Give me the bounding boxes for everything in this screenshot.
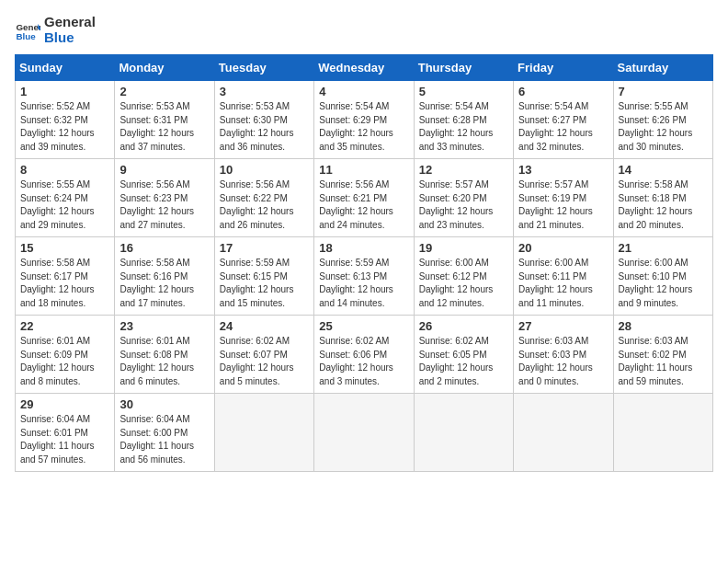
calendar-cell [613,394,712,472]
calendar-cell: 12Sunrise: 5:57 AMSunset: 6:20 PMDayligh… [414,159,513,237]
day-number: 17 [220,241,309,255]
day-info: Sunrise: 6:00 AMSunset: 6:10 PMDaylight:… [619,257,708,310]
day-info: Sunrise: 6:04 AMSunset: 6:01 PMDaylight:… [20,413,109,466]
day-info: Sunrise: 5:55 AMSunset: 6:26 PMDaylight:… [619,100,708,154]
day-cell-content: 4Sunrise: 5:54 AMSunset: 6:29 PMDaylight… [319,85,408,154]
day-number: 20 [518,241,608,255]
day-number: 8 [20,163,109,177]
calendar-cell: 2Sunrise: 5:53 AMSunset: 6:31 PMDaylight… [115,81,214,159]
calendar-cell: 18Sunrise: 5:59 AMSunset: 6:13 PMDayligh… [314,237,414,316]
weekday-header: Thursday [414,55,513,81]
day-cell-content: 23Sunrise: 6:01 AMSunset: 6:08 PMDayligh… [119,319,209,388]
calendar-cell: 26Sunrise: 6:02 AMSunset: 6:05 PMDayligh… [414,316,513,394]
day-cell-content: 30Sunrise: 6:04 AMSunset: 6:00 PMDayligh… [119,397,209,466]
day-cell-content: 14Sunrise: 5:58 AMSunset: 6:18 PMDayligh… [619,163,708,232]
day-number: 11 [319,163,408,177]
day-cell-content: 10Sunrise: 5:56 AMSunset: 6:22 PMDayligh… [220,163,309,232]
day-number: 1 [20,85,109,98]
day-info: Sunrise: 6:01 AMSunset: 6:09 PMDaylight:… [20,335,109,388]
day-cell-content: 15Sunrise: 5:58 AMSunset: 6:17 PMDayligh… [20,241,109,310]
calendar-week-row: 8Sunrise: 5:55 AMSunset: 6:24 PMDaylight… [16,159,713,237]
day-number: 14 [619,163,708,177]
day-number: 12 [419,163,508,177]
day-cell-content: 26Sunrise: 6:02 AMSunset: 6:05 PMDayligh… [419,319,508,388]
day-number: 18 [319,241,408,255]
day-info: Sunrise: 6:04 AMSunset: 6:00 PMDaylight:… [119,413,209,466]
day-number: 19 [419,241,508,255]
logo-line2: Blue [44,30,96,46]
calendar-cell: 19Sunrise: 6:00 AMSunset: 6:12 PMDayligh… [414,237,513,316]
day-cell-content: 17Sunrise: 5:59 AMSunset: 6:15 PMDayligh… [220,241,309,310]
day-info: Sunrise: 5:57 AMSunset: 6:20 PMDaylight:… [419,178,508,232]
day-info: Sunrise: 6:00 AMSunset: 6:12 PMDaylight:… [419,257,508,310]
calendar-cell: 30Sunrise: 6:04 AMSunset: 6:00 PMDayligh… [115,394,214,472]
calendar-cell: 17Sunrise: 5:59 AMSunset: 6:15 PMDayligh… [214,237,313,316]
calendar-cell: 14Sunrise: 5:58 AMSunset: 6:18 PMDayligh… [613,159,712,237]
weekday-header: Saturday [613,55,712,81]
day-info: Sunrise: 5:55 AMSunset: 6:24 PMDaylight:… [20,178,109,232]
day-number: 2 [119,85,209,98]
calendar-table: SundayMondayTuesdayWednesdayThursdayFrid… [15,54,713,472]
calendar-cell: 5Sunrise: 5:54 AMSunset: 6:28 PMDaylight… [414,81,513,159]
day-number: 25 [319,319,408,333]
calendar-cell: 29Sunrise: 6:04 AMSunset: 6:01 PMDayligh… [16,394,115,472]
day-number: 13 [518,163,608,177]
day-info: Sunrise: 5:54 AMSunset: 6:29 PMDaylight:… [319,100,408,154]
calendar-cell: 24Sunrise: 6:02 AMSunset: 6:07 PMDayligh… [214,316,313,394]
calendar-cell [314,394,414,472]
weekday-header: Monday [115,55,214,81]
day-cell-content: 13Sunrise: 5:57 AMSunset: 6:19 PMDayligh… [518,163,608,232]
day-number: 4 [319,85,408,98]
day-info: Sunrise: 6:02 AMSunset: 6:07 PMDaylight:… [220,335,309,388]
day-number: 29 [20,397,109,411]
calendar-cell: 13Sunrise: 5:57 AMSunset: 6:19 PMDayligh… [514,159,613,237]
day-cell-content: 1Sunrise: 5:52 AMSunset: 6:32 PMDaylight… [20,85,109,154]
day-info: Sunrise: 6:01 AMSunset: 6:08 PMDaylight:… [119,335,209,388]
day-info: Sunrise: 6:03 AMSunset: 6:02 PMDaylight:… [619,335,708,388]
day-number: 26 [419,319,508,333]
calendar-cell: 25Sunrise: 6:02 AMSunset: 6:06 PMDayligh… [314,316,414,394]
calendar-week-row: 15Sunrise: 5:58 AMSunset: 6:17 PMDayligh… [16,237,713,316]
logo-line1: General [44,15,96,30]
calendar-cell: 20Sunrise: 6:00 AMSunset: 6:11 PMDayligh… [514,237,613,316]
calendar-cell: 22Sunrise: 6:01 AMSunset: 6:09 PMDayligh… [16,316,115,394]
calendar-cell: 7Sunrise: 5:55 AMSunset: 6:26 PMDaylight… [613,81,712,159]
day-info: Sunrise: 5:57 AMSunset: 6:19 PMDaylight:… [518,178,608,232]
day-number: 23 [119,319,209,333]
day-info: Sunrise: 5:58 AMSunset: 6:16 PMDaylight:… [119,257,209,310]
logo-icon: General Blue [15,17,40,43]
day-info: Sunrise: 5:56 AMSunset: 6:21 PMDaylight:… [319,178,408,232]
day-number: 28 [619,319,708,333]
day-number: 9 [119,163,209,177]
calendar-cell: 15Sunrise: 5:58 AMSunset: 6:17 PMDayligh… [16,237,115,316]
day-cell-content: 11Sunrise: 5:56 AMSunset: 6:21 PMDayligh… [319,163,408,232]
day-info: Sunrise: 5:58 AMSunset: 6:18 PMDaylight:… [619,178,708,232]
calendar-cell: 9Sunrise: 5:56 AMSunset: 6:23 PMDaylight… [115,159,214,237]
calendar-cell: 4Sunrise: 5:54 AMSunset: 6:29 PMDaylight… [314,81,414,159]
day-info: Sunrise: 6:00 AMSunset: 6:11 PMDaylight:… [518,257,608,310]
day-cell-content: 7Sunrise: 5:55 AMSunset: 6:26 PMDaylight… [619,85,708,154]
calendar-cell: 28Sunrise: 6:03 AMSunset: 6:02 PMDayligh… [613,316,712,394]
calendar-cell [414,394,513,472]
day-cell-content: 22Sunrise: 6:01 AMSunset: 6:09 PMDayligh… [20,319,109,388]
day-number: 6 [518,85,608,98]
calendar-cell: 11Sunrise: 5:56 AMSunset: 6:21 PMDayligh… [314,159,414,237]
calendar-cell [514,394,613,472]
day-cell-content: 9Sunrise: 5:56 AMSunset: 6:23 PMDaylight… [119,163,209,232]
calendar-week-row: 22Sunrise: 6:01 AMSunset: 6:09 PMDayligh… [16,316,713,394]
calendar-cell: 1Sunrise: 5:52 AMSunset: 6:32 PMDaylight… [16,81,115,159]
day-cell-content: 5Sunrise: 5:54 AMSunset: 6:28 PMDaylight… [419,85,508,154]
day-cell-content: 16Sunrise: 5:58 AMSunset: 6:16 PMDayligh… [119,241,209,310]
day-number: 7 [619,85,708,98]
day-number: 22 [20,319,109,333]
day-info: Sunrise: 5:54 AMSunset: 6:27 PMDaylight:… [518,100,608,154]
calendar-cell [214,394,313,472]
calendar-header-row: SundayMondayTuesdayWednesdayThursdayFrid… [16,55,713,81]
calendar-cell: 21Sunrise: 6:00 AMSunset: 6:10 PMDayligh… [613,237,712,316]
day-cell-content: 27Sunrise: 6:03 AMSunset: 6:03 PMDayligh… [518,319,608,388]
weekday-header: Wednesday [314,55,414,81]
day-info: Sunrise: 5:56 AMSunset: 6:22 PMDaylight:… [220,178,309,232]
day-number: 30 [119,397,209,411]
day-info: Sunrise: 6:02 AMSunset: 6:06 PMDaylight:… [319,335,408,388]
weekday-header: Sunday [16,55,115,81]
